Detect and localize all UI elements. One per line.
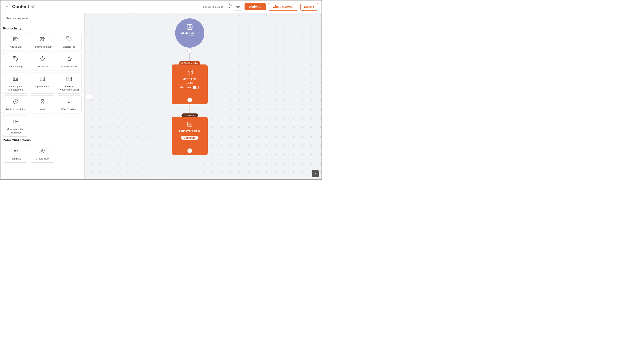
update-field-canvas-icon	[174, 121, 205, 129]
update-expand[interactable]	[187, 148, 192, 153]
sidebar-item-move-workflow[interactable]: Move to another Workflow	[3, 115, 28, 137]
back-button[interactable]: ←	[4, 3, 10, 10]
exit-workflow-label: Exit from Workflow	[6, 108, 26, 111]
productivity-grid-row3: Subscription Management Update Field Int…	[3, 73, 82, 94]
update-field-label: Update Field	[36, 85, 50, 88]
collapse-sidebar-button[interactable]	[86, 94, 92, 100]
update-dots[interactable]: ···	[172, 142, 208, 148]
internal-notification-label: Internal Notification Email	[59, 85, 80, 91]
sidebar-item-create-task[interactable]: Create Task	[30, 145, 55, 163]
saved-text: Saved at 5:38 pm	[202, 5, 225, 8]
sidebar-item-add-score[interactable]: Add Score	[30, 53, 55, 71]
remove-from-list-label: Remove from List	[33, 45, 52, 48]
message-expand[interactable]	[187, 98, 192, 102]
sidebar-item-internal-notification[interactable]: Internal Notification Email	[57, 73, 82, 94]
sidebar: Send survey email Productivity Add to Li…	[0, 13, 85, 180]
main-layout: Send survey email Productivity Add to Li…	[0, 13, 322, 180]
productivity-grid-row5: Move to another Workflow	[3, 115, 82, 137]
sidebar-item-update-field[interactable]: Update Field	[30, 73, 55, 94]
create-task-label: Create Task	[36, 157, 49, 160]
response-toggle[interactable]	[193, 86, 199, 89]
sidebar-item-push-data[interactable]: Push Data	[3, 145, 28, 163]
update-field-card-body: UPDATE FIELD Configure	[172, 117, 208, 142]
productivity-grid-row1: Add to List Remove from List Assign Tag	[3, 33, 82, 51]
sidebar-item-subscription-mgmt[interactable]: Subscription Management	[3, 73, 28, 94]
svg-rect-6	[40, 37, 44, 41]
remove-tag-icon	[13, 56, 19, 63]
scroll-top-button[interactable]	[312, 170, 319, 177]
zoho-crm-title: Zoho CRM actions	[3, 138, 82, 142]
svg-point-32	[68, 101, 70, 103]
canvas: ON LIST ENTRY Zylker ··· Wait for 1 day	[85, 13, 322, 180]
svg-marker-18	[67, 56, 72, 61]
productivity-grid-row4: Exit from Workflow Wait Wait Condition	[3, 96, 82, 113]
start-node-dots[interactable]: ···	[187, 38, 192, 43]
sidebar-item-remove-tag[interactable]: Remove Tag	[3, 53, 28, 71]
wait-badge-1: Wait for 1 day	[179, 61, 200, 65]
svg-rect-1	[14, 37, 17, 41]
svg-point-0	[238, 6, 238, 7]
add-score-icon	[40, 56, 45, 63]
start-node-label: ON LIST ENTRY	[180, 32, 199, 34]
start-node-sub[interactable]: Zylker	[186, 34, 193, 37]
update-field-node-wrapper: No delay UPDATE FIELD Configure ···	[172, 117, 208, 155]
exit-icon	[13, 99, 19, 106]
update-field-node-title: UPDATE FIELD	[174, 130, 205, 133]
start-node: ON LIST ENTRY Zylker ···	[175, 19, 204, 48]
refresh-button[interactable]	[228, 4, 232, 9]
wait-icon	[40, 99, 45, 106]
svg-rect-45	[187, 70, 192, 74]
header: ← Content Saved at 5:38 pm Activate Clos…	[0, 1, 322, 13]
notification-icon	[66, 76, 72, 83]
svg-point-43	[189, 26, 191, 28]
create-task-icon	[40, 148, 45, 155]
push-data-label: Push Data	[10, 157, 21, 160]
message-node-title: MESSAGE	[174, 78, 205, 81]
move-workflow-label: Move to another Workflow	[5, 128, 26, 134]
wait-condition-icon	[66, 99, 72, 106]
update-field-icon	[40, 76, 45, 83]
svg-point-41	[41, 149, 43, 151]
push-data-icon	[13, 148, 19, 155]
survey-chip[interactable]: Send survey email	[3, 15, 31, 22]
wait-badge-2: No delay	[182, 113, 198, 117]
sidebar-item-add-to-list[interactable]: Add to List	[3, 33, 28, 51]
sidebar-item-subtract-score[interactable]: Subtract Score	[57, 53, 82, 71]
subtract-score-label: Subtract Score	[61, 65, 78, 68]
header-left: ← Content	[4, 3, 34, 10]
subscription-mgmt-label: Subscription Management	[5, 85, 26, 91]
sidebar-item-exit-workflow[interactable]: Exit from Workflow	[3, 96, 28, 113]
configure-chip[interactable]: Configure	[181, 136, 199, 140]
tag-icon	[66, 36, 72, 43]
wait-condition-label: Wait Condition	[61, 108, 77, 111]
svg-point-10	[68, 38, 68, 38]
message-node-sub: Zylker	[174, 81, 205, 85]
sidebar-item-assign-tag[interactable]: Assign Tag	[57, 33, 82, 51]
wait-label: Wait	[40, 108, 45, 111]
svg-rect-20	[13, 77, 18, 80]
sidebar-item-wait[interactable]: Wait	[30, 96, 55, 113]
activate-button[interactable]: Activate	[244, 3, 266, 10]
start-node-expand[interactable]	[187, 49, 192, 54]
message-node: Wait for 1 day MESSAGE Zylker Response	[172, 65, 208, 104]
settings-button[interactable]	[234, 3, 242, 11]
assign-tag-label: Assign Tag	[63, 45, 76, 48]
svg-rect-37	[13, 120, 16, 123]
svg-marker-15	[40, 56, 45, 61]
more-button[interactable]: More ▾	[300, 3, 318, 11]
response-row: Response	[174, 86, 205, 89]
sidebar-item-wait-condition[interactable]: Wait Condition	[57, 96, 82, 113]
productivity-grid-row2: Remove Tag Add Score Subtract Score	[3, 53, 82, 71]
subtract-score-icon	[66, 56, 72, 63]
edit-icon[interactable]	[32, 5, 34, 9]
message-node-wrapper: Wait for 1 day MESSAGE Zylker Response	[172, 65, 208, 104]
subscription-icon	[13, 76, 19, 83]
productivity-title: Productivity	[3, 27, 82, 30]
update-field-node: No delay UPDATE FIELD Configure ···	[172, 117, 208, 155]
add-score-label: Add Score	[36, 65, 48, 68]
message-dots[interactable]: ···	[172, 91, 208, 98]
zoho-crm-grid: Push Data Create Task	[3, 145, 82, 163]
close-canvas-button[interactable]: Close Canvas	[268, 3, 298, 11]
svg-point-39	[14, 149, 16, 151]
sidebar-item-remove-from-list[interactable]: Remove from List	[30, 33, 55, 51]
